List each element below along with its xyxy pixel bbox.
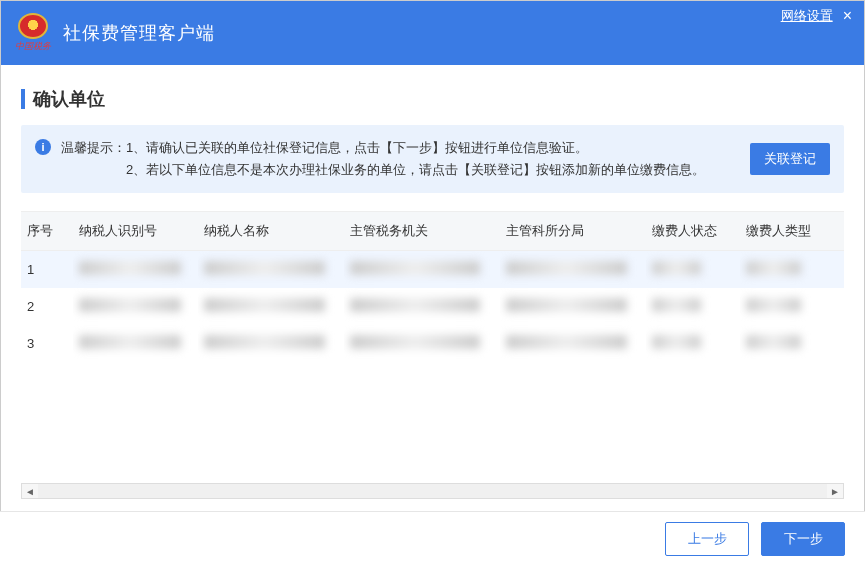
scroll-left-icon[interactable]: ◄ (22, 484, 38, 498)
scroll-right-icon[interactable]: ► (827, 484, 843, 498)
page-title-row: 确认单位 (21, 87, 844, 111)
tip-label: 温馨提示： (61, 140, 126, 155)
cell-auth (344, 325, 500, 362)
cell-name (198, 325, 344, 362)
tip-line-2: 2、若以下单位信息不是本次办理社保业务的单位，请点击【关联登记】按钮添加新的单位… (126, 162, 705, 177)
cell-bureau (500, 288, 646, 325)
cell-index: 2 (21, 288, 73, 325)
app-title: 社保费管理客户端 (63, 21, 215, 45)
table-row[interactable]: 3 (21, 325, 844, 362)
cell-tid (73, 325, 198, 362)
header-right: 网络设置 × (781, 7, 852, 25)
close-icon[interactable]: × (843, 8, 852, 24)
horizontal-scrollbar[interactable]: ◄ ► (21, 483, 844, 499)
table-header-row: 序号 纳税人识别号 纳税人名称 主管税务机关 主管科所分局 缴费人状态 缴费人类… (21, 212, 844, 251)
cell-type (740, 251, 844, 289)
units-table: 序号 纳税人识别号 纳税人名称 主管税务机关 主管科所分局 缴费人状态 缴费人类… (21, 212, 844, 362)
col-index: 序号 (21, 212, 73, 251)
logo-subtext: 中国税务 (15, 40, 51, 53)
content-area: 确认单位 i 温馨提示：1、请确认已关联的单位社保登记信息，点击【下一步】按钮进… (1, 65, 864, 499)
table-row[interactable]: 2 (21, 288, 844, 325)
app-header: 中国税务 社保费管理客户端 网络设置 × (1, 1, 864, 65)
emblem-icon (18, 13, 48, 39)
cell-index: 3 (21, 325, 73, 362)
tip-banner: i 温馨提示：1、请确认已关联的单位社保登记信息，点击【下一步】按钮进行单位信息… (21, 125, 844, 193)
cell-auth (344, 251, 500, 289)
footer: 上一步 下一步 (0, 511, 865, 566)
network-settings-link[interactable]: 网络设置 (781, 7, 833, 25)
cell-tid (73, 288, 198, 325)
col-branch: 主管科所分局 (500, 212, 646, 251)
tip-line-1: 1、请确认已关联的单位社保登记信息，点击【下一步】按钮进行单位信息验证。 (126, 140, 588, 155)
cell-name (198, 288, 344, 325)
cell-auth (344, 288, 500, 325)
tip-text: 温馨提示：1、请确认已关联的单位社保登记信息，点击【下一步】按钮进行单位信息验证… (61, 137, 740, 181)
cell-status (646, 325, 740, 362)
link-register-button[interactable]: 关联登记 (750, 143, 830, 175)
col-taxpayer-id: 纳税人识别号 (73, 212, 198, 251)
cell-tid (73, 251, 198, 289)
col-type: 缴费人类型 (740, 212, 844, 251)
prev-button[interactable]: 上一步 (665, 522, 749, 556)
info-icon: i (35, 139, 51, 155)
col-taxpayer-name: 纳税人名称 (198, 212, 344, 251)
col-status: 缴费人状态 (646, 212, 740, 251)
cell-type (740, 288, 844, 325)
page-title: 确认单位 (33, 87, 105, 111)
scroll-track[interactable] (38, 484, 827, 498)
app-logo: 中国税务 (13, 13, 53, 53)
next-button[interactable]: 下一步 (761, 522, 845, 556)
title-accent-bar (21, 89, 25, 109)
cell-status (646, 251, 740, 289)
cell-bureau (500, 325, 646, 362)
cell-bureau (500, 251, 646, 289)
col-tax-authority: 主管税务机关 (344, 212, 500, 251)
cell-status (646, 288, 740, 325)
table-wrap: 序号 纳税人识别号 纳税人名称 主管税务机关 主管科所分局 缴费人状态 缴费人类… (21, 211, 844, 499)
cell-name (198, 251, 344, 289)
cell-index: 1 (21, 251, 73, 289)
table-row[interactable]: 1 (21, 251, 844, 289)
cell-type (740, 325, 844, 362)
